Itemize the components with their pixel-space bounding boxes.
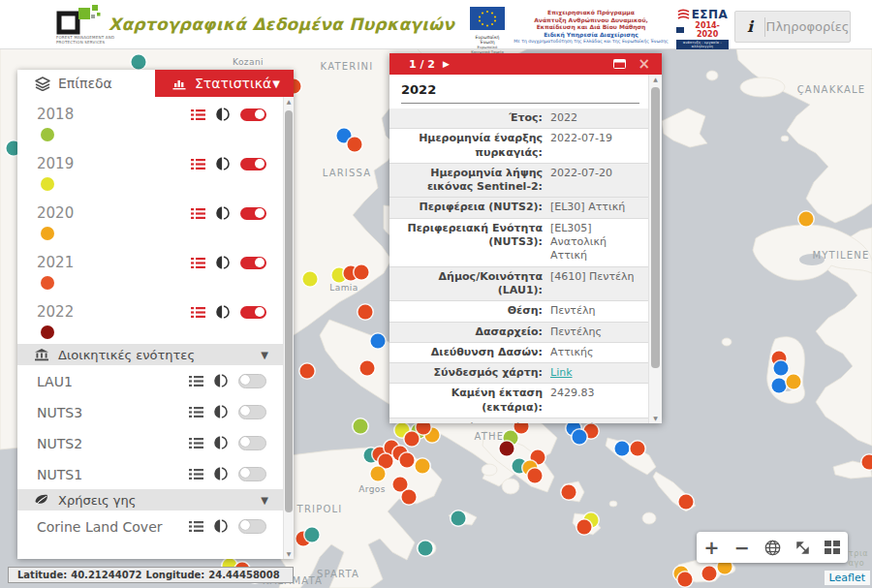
opacity-icon[interactable] xyxy=(216,108,230,121)
fire-dot[interactable] xyxy=(799,212,814,227)
globe-button[interactable] xyxy=(764,540,781,556)
opacity-icon[interactable] xyxy=(216,305,230,319)
maximize-icon[interactable] xyxy=(613,59,626,69)
info-button[interactable]: i Πληροφορίες xyxy=(734,11,851,43)
layer-row-corine-land-cover[interactable]: Corine Land Cover xyxy=(17,511,284,542)
fire-dot[interactable] xyxy=(371,467,386,481)
legend-list-icon[interactable] xyxy=(189,406,203,418)
fire-dot[interactable] xyxy=(678,573,693,587)
fire-dot[interactable] xyxy=(679,495,694,510)
sidebar-scroll-thumb[interactable] xyxy=(285,110,293,512)
fire-dot[interactable] xyxy=(787,375,801,389)
fire-dot[interactable] xyxy=(355,265,369,280)
fire-dot[interactable] xyxy=(631,442,645,456)
legend-list-icon[interactable] xyxy=(189,468,203,480)
opacity-icon[interactable] xyxy=(214,374,228,387)
popup-scrollbar[interactable]: ▲ ▼ xyxy=(648,75,662,423)
opacity-icon[interactable] xyxy=(214,467,228,480)
legend-list-icon[interactable] xyxy=(189,375,203,387)
zoom-out-button[interactable]: − xyxy=(734,539,750,557)
layer-toggle[interactable] xyxy=(238,436,266,450)
layer-toggle[interactable] xyxy=(240,257,266,269)
layer-toggle[interactable] xyxy=(240,207,266,220)
legend-list-icon[interactable] xyxy=(191,108,205,121)
scroll-up-icon[interactable]: ▲ xyxy=(649,75,662,84)
fire-dot[interactable] xyxy=(862,455,872,470)
fire-dot[interactable] xyxy=(358,305,373,320)
fire-dot[interactable] xyxy=(562,485,576,500)
sidebar-scrollbar[interactable]: ▲ ▼ xyxy=(283,97,294,559)
popup-header[interactable]: 1 / 2 ▶ × xyxy=(389,53,662,75)
chevron-down-icon[interactable]: ▼ xyxy=(272,78,280,89)
layer-row-2020[interactable]: 2020 xyxy=(17,196,284,245)
legend-list-icon[interactable] xyxy=(191,207,205,220)
fire-dot[interactable] xyxy=(132,55,146,70)
legend-list-icon[interactable] xyxy=(189,520,203,533)
fire-dot[interactable] xyxy=(416,459,430,474)
legend-list-icon[interactable] xyxy=(191,158,205,170)
layer-row-nuts2[interactable]: NUTS2 xyxy=(17,427,284,458)
fire-dot[interactable] xyxy=(360,361,375,376)
scroll-up-icon[interactable]: ▲ xyxy=(284,97,294,107)
fire-dot[interactable] xyxy=(405,432,420,447)
section-header-1[interactable]: Χρήσεις γης ▼ xyxy=(17,489,284,511)
layer-row-lau1[interactable]: LAU1 xyxy=(17,365,284,396)
layer-toggle[interactable] xyxy=(238,374,266,388)
fire-dot[interactable] xyxy=(300,364,315,379)
next-feature-icon[interactable]: ▶ xyxy=(443,59,450,69)
legend-list-icon[interactable] xyxy=(191,257,205,269)
fire-dot[interactable] xyxy=(500,442,514,456)
leaflet-attribution[interactable]: Leaflet xyxy=(825,571,870,585)
opacity-icon[interactable] xyxy=(214,519,228,533)
close-icon[interactable]: × xyxy=(638,57,650,72)
layer-row-2021[interactable]: 2021 xyxy=(17,245,284,294)
fire-dot[interactable] xyxy=(452,511,466,526)
fire-dot[interactable] xyxy=(371,334,386,349)
tab-layers[interactable]: Επίπεδα xyxy=(17,70,155,97)
fire-dot[interactable] xyxy=(528,469,543,483)
fire-dot[interactable] xyxy=(402,490,417,505)
attribute-value[interactable]: Link xyxy=(550,366,645,380)
opacity-icon[interactable] xyxy=(214,405,228,418)
layer-toggle[interactable] xyxy=(238,405,266,419)
grid-layers-button[interactable] xyxy=(825,541,840,554)
layer-row-2022[interactable]: 2022 xyxy=(17,294,284,344)
section-header-0[interactable]: Διοικητικές ενότητες ▼ xyxy=(17,344,284,365)
opacity-icon[interactable] xyxy=(216,256,230,269)
layer-toggle[interactable] xyxy=(240,158,266,170)
zoom-in-button[interactable]: + xyxy=(704,539,720,557)
fire-dot[interactable] xyxy=(577,520,592,535)
opacity-icon[interactable] xyxy=(214,436,228,449)
chevron-down-icon[interactable]: ▼ xyxy=(261,495,268,506)
legend-list-icon[interactable] xyxy=(189,437,203,449)
scroll-down-icon[interactable]: ▼ xyxy=(284,549,294,559)
fire-dot[interactable] xyxy=(772,379,787,393)
opacity-icon[interactable] xyxy=(216,206,230,220)
layer-toggle[interactable] xyxy=(240,108,266,121)
fire-dot[interactable] xyxy=(573,430,587,445)
fire-dot[interactable] xyxy=(774,361,789,376)
scroll-down-icon[interactable]: ▼ xyxy=(649,414,662,423)
fire-dot[interactable] xyxy=(419,542,433,556)
fire-dot[interactable] xyxy=(400,453,415,468)
fullscreen-button[interactable] xyxy=(795,541,810,555)
map-link[interactable]: Link xyxy=(550,366,573,379)
layer-toggle[interactable] xyxy=(238,519,266,534)
layer-toggle[interactable] xyxy=(238,467,266,481)
fire-dot[interactable] xyxy=(303,272,318,287)
layer-row-2019[interactable]: 2019 xyxy=(17,146,284,196)
fire-dot[interactable] xyxy=(354,419,368,434)
layer-row-2018[interactable]: 2018 xyxy=(17,97,284,146)
fire-dot[interactable] xyxy=(702,567,717,581)
fire-dot[interactable] xyxy=(615,442,630,456)
layer-row-nuts1[interactable]: NUTS1 xyxy=(17,458,284,489)
popup-scroll-thumb[interactable] xyxy=(651,87,660,368)
tab-statistics[interactable]: Στατιστικά ▼ xyxy=(155,70,294,97)
layer-row-nuts3[interactable]: NUTS3 xyxy=(17,396,284,427)
fire-dot[interactable] xyxy=(348,138,362,152)
layer-toggle[interactable] xyxy=(240,306,266,319)
legend-list-icon[interactable] xyxy=(191,306,205,319)
chevron-down-icon[interactable]: ▼ xyxy=(261,350,268,360)
opacity-icon[interactable] xyxy=(216,157,230,170)
fire-dot[interactable] xyxy=(305,528,320,542)
